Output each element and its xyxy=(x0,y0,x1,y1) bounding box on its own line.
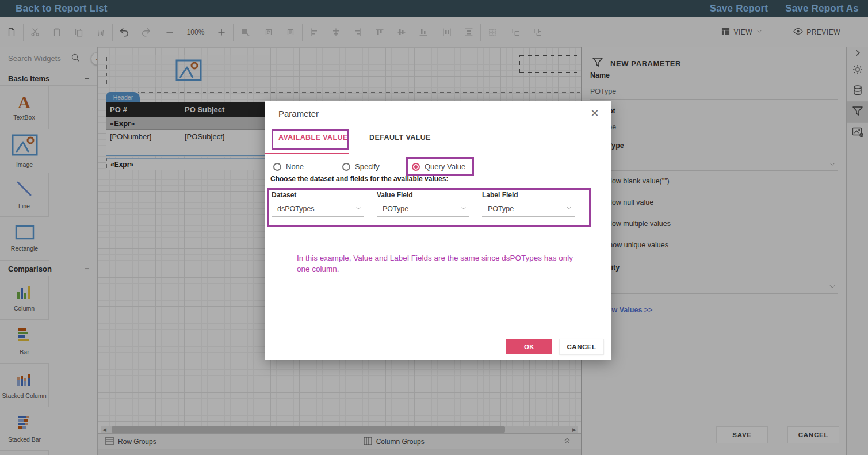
radio-none[interactable]: None xyxy=(273,162,304,171)
dialog-instruction: Choose the dataset and fields for the av… xyxy=(270,175,448,183)
dataset-field: Dataset dsPOTypes xyxy=(272,191,364,217)
value-field-label: Value Field xyxy=(377,191,469,199)
dialog-title: Parameter xyxy=(278,109,319,118)
radio-circle xyxy=(342,163,350,171)
label-field-label: Label Field xyxy=(482,191,575,199)
close-icon[interactable]: ✕ xyxy=(588,107,601,120)
parameter-dialog: Parameter ✕ AVAILABLE VALUE DEFAULT VALU… xyxy=(265,101,611,360)
annotation-note-text: In this example, Value and Label Fields … xyxy=(297,253,587,275)
label-field-select[interactable]: POType xyxy=(482,204,575,217)
ok-button[interactable]: OK xyxy=(506,339,552,354)
annotation-box-tab xyxy=(272,129,349,150)
chevron-down-icon xyxy=(460,204,467,213)
dataset-select[interactable]: dsPOTypes xyxy=(272,204,364,217)
radio-none-label: None xyxy=(286,162,304,171)
value-field-value: POType xyxy=(383,205,408,213)
dataset-label: Dataset xyxy=(272,191,364,199)
dataset-value: dsPOTypes xyxy=(277,205,315,213)
chevron-down-icon xyxy=(355,204,362,213)
label-field-value: POType xyxy=(488,205,514,213)
value-field-select[interactable]: POType xyxy=(377,204,469,217)
radio-circle xyxy=(273,163,281,171)
active-tab-underline xyxy=(265,153,349,154)
value-field: Value Field POType xyxy=(377,191,469,217)
tab-default-value[interactable]: DEFAULT VALUE xyxy=(369,133,431,142)
chevron-down-icon xyxy=(565,204,572,213)
dialog-cancel-button[interactable]: CANCEL xyxy=(560,339,603,354)
radio-specify[interactable]: Specify xyxy=(342,162,380,171)
report-designer-app: Back to Report List Save Report Save Rep… xyxy=(0,0,868,455)
label-field: Label Field POType xyxy=(482,191,575,217)
annotation-box-query-value xyxy=(406,157,474,176)
radio-specify-label: Specify xyxy=(355,162,380,171)
